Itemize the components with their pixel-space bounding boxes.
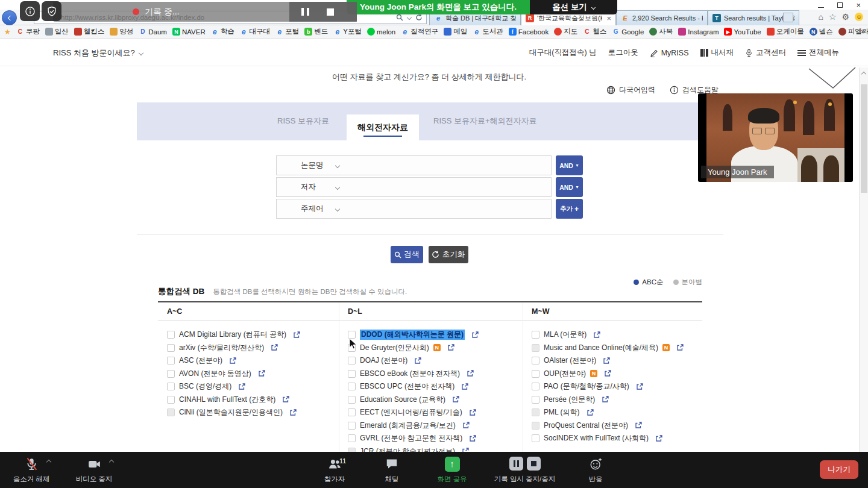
bookmarks-overflow-chevron[interactable]: » [861, 27, 865, 36]
external-link-icon[interactable] [636, 383, 643, 390]
db-checkbox[interactable] [348, 396, 356, 404]
db-label[interactable]: EECT (엔지니어링/컴퓨팅/기술) [360, 407, 462, 418]
external-link-icon[interactable] [258, 370, 265, 377]
db-label[interactable]: CINAHL with FullText (간호학) [179, 395, 275, 405]
bookmark-item[interactable]: ▶YouTube [724, 28, 761, 36]
db-label[interactable]: GVRL (전분야 참고문헌 전자책) [360, 433, 462, 443]
db-label[interactable]: PAO (문학/철학/종교/사학) [544, 381, 629, 392]
external-link-icon[interactable] [467, 370, 474, 377]
external-link-icon[interactable] [469, 409, 476, 416]
first-visit-dropdown[interactable]: RISS 처음 방문이세요? [53, 48, 143, 58]
db-label[interactable]: DOAJ (전분야) [360, 355, 407, 366]
external-link-icon[interactable] [293, 331, 300, 339]
mute-button[interactable]: 음소거 해제 [2, 452, 60, 488]
multilang-input-button[interactable]: 다국어입력 [606, 85, 655, 95]
bookmark-item[interactable]: eY포털 [333, 27, 362, 36]
view-options-button[interactable]: 옵션 보기 [530, 0, 617, 14]
tab-riss-holdings[interactable]: RISS 보유자료 [277, 116, 329, 127]
browser-tab[interactable]: E2,920 Search Results - Keywo... [616, 10, 708, 25]
window-restore-icon[interactable] [837, 2, 843, 8]
search-field-row-2[interactable]: 저자 [276, 177, 552, 197]
search-button[interactable]: 검색 [391, 246, 423, 263]
db-checkbox[interactable] [532, 344, 539, 352]
bookmark-item[interactable]: fFacebook [509, 28, 549, 36]
bookmark-item[interactable]: NNAVER [172, 28, 206, 36]
db-checkbox[interactable] [532, 422, 539, 430]
db-label[interactable]: PML (의학) [544, 407, 580, 418]
operator-button-1[interactable]: AND▼ [556, 155, 583, 175]
bookmark-item[interactable]: 사복 [649, 27, 673, 36]
logout-link[interactable]: 로그아웃 [608, 48, 638, 58]
bookmark-item[interactable]: e도서관 [473, 27, 503, 36]
external-link-icon[interactable] [238, 383, 245, 390]
db-checkbox[interactable] [532, 331, 539, 339]
db-checkbox[interactable] [532, 408, 539, 416]
field-select-subject[interactable]: 주제어 [301, 204, 331, 214]
video-options-chevron-icon[interactable] [109, 460, 114, 465]
db-label[interactable]: ProQuest Central (전분야) [544, 421, 628, 431]
db-checkbox[interactable] [167, 408, 175, 416]
recording-pause-icon[interactable] [301, 8, 309, 16]
bookmark-item[interactable]: N넬슨 [810, 27, 833, 36]
db-label[interactable]: arXiv (수학/물리학/전산학) [179, 343, 264, 353]
chat-button[interactable]: 채팅 [371, 452, 413, 488]
field-select-author[interactable]: 저자 [301, 182, 331, 192]
db-checkbox[interactable] [348, 370, 356, 378]
external-link-icon[interactable] [471, 331, 479, 339]
external-link-icon[interactable] [602, 396, 609, 403]
external-link-icon[interactable] [635, 422, 642, 429]
db-label[interactable]: Education Source (교육학) [360, 395, 445, 405]
sort-field-radio[interactable]: 분야별 [673, 278, 703, 287]
bookmark-item[interactable]: 메일 [444, 27, 467, 36]
library-link[interactable]: 내서재 [700, 48, 734, 58]
db-checkbox[interactable] [167, 344, 175, 352]
db-checkbox[interactable] [167, 383, 175, 390]
myriss-link[interactable]: MyRISS [650, 49, 689, 57]
participants-button[interactable]: 11 참가자 [310, 452, 359, 488]
search-field-row-1[interactable]: 논문명 [276, 155, 552, 175]
search-icon[interactable] [396, 14, 403, 21]
external-link-icon[interactable] [289, 409, 297, 416]
db-label[interactable]: Music and Dance Online(예술/체육) [544, 343, 658, 353]
all-menu-link[interactable]: 전체메뉴 [797, 48, 839, 58]
add-row-button[interactable]: 추가+ [556, 199, 583, 219]
db-label[interactable]: EBSCO UPC (전분야 전자책) [360, 381, 454, 392]
db-label[interactable]: ACM Digital Library (컴퓨터 공학) [179, 330, 286, 340]
external-link-icon[interactable] [593, 331, 600, 339]
bookmark-item[interactable]: e학습 [211, 27, 234, 36]
bookmark-item[interactable]: e포털 [275, 27, 299, 36]
favorites-star-icon[interactable]: ☆ [829, 12, 837, 22]
mute-options-chevron-icon[interactable] [46, 460, 51, 465]
home-icon[interactable]: ⌂ [818, 12, 823, 22]
recording-controls-button[interactable]: 기록 일시 중지/중지 [481, 452, 568, 488]
bookmark-item[interactable]: GGoogle [612, 28, 644, 36]
external-link-icon[interactable] [229, 357, 236, 364]
stop-video-button[interactable]: 비디오 중지 [65, 452, 123, 488]
info-overlay-button[interactable] [20, 1, 40, 21]
external-link-icon[interactable] [676, 344, 684, 351]
external-link-icon[interactable] [603, 357, 610, 364]
bookmark-item[interactable]: melon [367, 28, 395, 36]
db-label[interactable]: EBSCO eBook (전분야 전자책) [360, 369, 460, 379]
bookmark-item[interactable]: C쿠팡 [16, 27, 40, 36]
db-checkbox[interactable] [348, 434, 356, 442]
db-checkbox[interactable] [532, 357, 539, 364]
share-screen-button[interactable]: ↑ 화면 공유 [425, 452, 479, 488]
bookmark-item[interactable]: 웰킵스 [74, 27, 105, 36]
operator-button-2[interactable]: AND▼ [556, 177, 583, 197]
back-button[interactable] [2, 10, 17, 25]
bookmark-item[interactable]: DDaum [139, 28, 167, 36]
stop-recording-icon[interactable] [527, 457, 541, 471]
db-checkbox[interactable] [167, 370, 175, 378]
external-link-icon[interactable] [655, 435, 662, 442]
db-checkbox[interactable] [167, 357, 175, 364]
db-checkbox[interactable] [532, 370, 539, 378]
scroll-up-icon[interactable] [861, 72, 866, 77]
db-checkbox[interactable] [532, 383, 539, 390]
bookmarks-star-icon[interactable]: ★ [4, 28, 11, 36]
bookmark-item[interactable]: 양성 [110, 27, 133, 36]
db-label[interactable]: BSC (경영/경제) [179, 381, 231, 392]
db-checkbox[interactable] [532, 434, 539, 442]
external-link-icon[interactable] [461, 383, 468, 390]
bookmark-item[interactable]: e대구대 [240, 27, 271, 36]
